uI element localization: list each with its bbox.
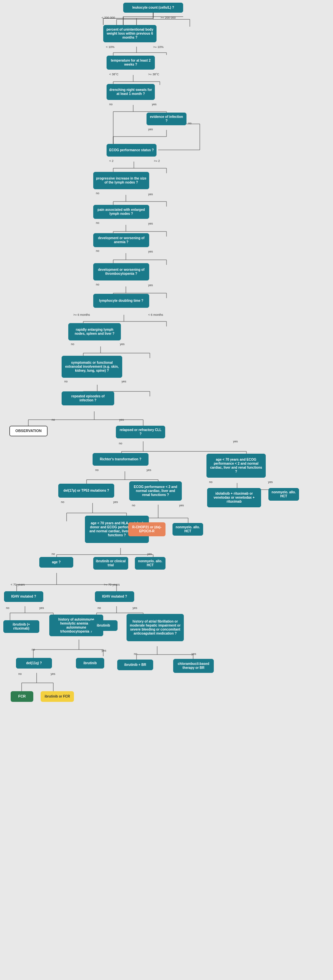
node-anemia: development or worsening of anemia ? (93, 233, 149, 247)
node-nonmye-allo-hct2: nonmyelo. allo. HCT (268, 488, 299, 501)
node-ibrutinib-fcr: ibrutinib or FCR (41, 691, 74, 702)
node-temperature: temperature for at least 2 weeks ? (106, 56, 155, 70)
label-rapid-no: no (71, 342, 74, 346)
node-idela-vene: idolalisib + rituximab or venetodax or v… (207, 488, 261, 508)
label-ighv-old-yes: yes (133, 606, 137, 609)
label-drenching-yes: yes (152, 103, 157, 106)
label-ecog2r-no: no (132, 504, 135, 507)
label-ighv-young-yes: yes (39, 606, 44, 609)
node-ibrutinib-br: ibrutinib + BR (117, 660, 153, 670)
label-infection-no: no (188, 122, 192, 125)
label-thrombo-yes: yes (148, 283, 153, 287)
node-lymphocyte-doubling: lymphocyte doubling time ? (93, 294, 149, 308)
node-relapsed-refractory: relapsed or refractory CLL ? (116, 426, 165, 438)
label-ecog-gte2: >= 2 (154, 159, 160, 162)
node-symptomatic: symptomatic or functional extranodal inv… (62, 356, 122, 378)
label-infection-yes: yes (148, 127, 153, 131)
node-thrombocytopenia: development or worsening of thrombocytop… (93, 263, 149, 280)
node-nonmye-allo-hct1: nonmyelo. allo. HCT (173, 523, 203, 536)
node-age70-ecog-right: age < 70 years and ECOG performance < 2 … (206, 454, 266, 478)
label-gte10: >= 10% (153, 45, 163, 49)
node-progressive-lymph: progressive increase in the size of the … (93, 172, 149, 189)
node-del11q: del(11q) ? (16, 658, 52, 668)
node-history-afib: history of atrial fibrillation or modera… (127, 614, 184, 641)
label-age-lt70: < 70 years (11, 583, 25, 586)
label-rapid-yes: yes (120, 342, 125, 346)
label-lymph-gte6: >= 6 months (73, 313, 90, 317)
label-thrombo-no: no (96, 283, 99, 286)
node-fcr: FCR (11, 691, 33, 702)
node-ighv-old: IGHV mutated ? (95, 591, 134, 602)
node-ibrutinib-rituximab: ibrutinib (+ rituximab) (3, 620, 39, 633)
label-ighv-young-no: no (6, 606, 10, 609)
label-ighv-old-no: no (98, 606, 101, 609)
node-ibrutinib-only: ibrutinib (89, 620, 117, 631)
label-ecog2r-yes: yes (179, 504, 184, 507)
label-symp-no: no (64, 380, 68, 383)
label-drenching-no: no (109, 103, 113, 106)
node-rapid-enlarging: rapidly enlarging lymph nodes, spleen an… (68, 323, 121, 340)
label-relapsed-no: no (119, 442, 122, 445)
node-ecog2-richters: ECOG performance < 2 and normal cardiac,… (129, 481, 182, 501)
label-lt38: < 38°C (109, 73, 119, 76)
label-age70-no: no (209, 480, 212, 484)
node-drenching: drenching night sweats for at least 1 mo… (106, 84, 155, 100)
label-repeat-yes: yes (119, 418, 124, 422)
label-anemia-no: no (96, 249, 99, 253)
label-lt200k: < 200 000 (101, 16, 115, 19)
node-percent-bw: percent of unintentional body weight los… (103, 25, 157, 42)
label-pain-yes: yes (148, 222, 153, 225)
node-evidence-infection: evidence of infection ? (146, 113, 187, 125)
node-chlorambucil: chlorambucil-based therapy or BR (173, 659, 214, 673)
node-ibrutinib-trial: ibrutinib or clinical trial (93, 557, 128, 570)
label-del17p-no: no (61, 500, 64, 504)
label-lt10: < 10% (106, 45, 114, 49)
node-ibrutinib2: ibrutinib (76, 658, 104, 668)
label-age70-yes: yes (268, 480, 273, 484)
label-ecog-lt2: < 2 (109, 159, 114, 162)
label-autoimmune-yes: yes (101, 649, 106, 652)
node-observation: OBSERVATION (10, 426, 48, 436)
label-del11q-no: no (18, 672, 22, 676)
label-del17p-yes: yes (113, 500, 118, 504)
label-afib-yes: yes (192, 652, 196, 655)
label-age-hla-no: no (52, 552, 55, 555)
label-age-hla-yes: yes (147, 552, 152, 555)
label-richters-yes: yes (146, 468, 151, 472)
node-ighv-young: IGHV mutated ? (4, 591, 43, 602)
node-ecog: ECOG performance status ? (106, 144, 157, 157)
label-richters-no: no (95, 468, 98, 472)
label-anemia-yes: yes (148, 250, 153, 253)
node-rchop: R-CHOP21 or (da)-EPOCH-R (128, 522, 165, 536)
node-richters: Richter's transformation ? (93, 453, 149, 466)
node-repeated-infection: repeated episodes of infection ? (62, 391, 114, 406)
label-gte200k: >= 200 000 (160, 16, 176, 19)
label-age-gte70: >= 70 years (104, 583, 120, 586)
label-pain-no: no (96, 221, 99, 224)
node-age-q: age ? (39, 557, 73, 568)
node-del17p: del(17p) or TP53 mutations ? (58, 484, 114, 498)
flowchart: leukocyte count (cells/L) ? < 200 000 >=… (0, 0, 333, 980)
label-lymph-lt6: < 6 months (148, 313, 163, 317)
node-pain-lymph: pain associated with enlarged lymph node… (93, 205, 149, 219)
node-leukocyte: leukocyte count (cells/L) ? (123, 3, 183, 13)
label-prog-no: no (96, 191, 99, 195)
label-relapsed-yes: yes (233, 440, 238, 443)
label-autoimmune-no: no (32, 648, 35, 651)
label-prog-yes: yes (148, 192, 153, 196)
label-del11q-yes: yes (51, 672, 55, 676)
label-gte38: >= 38°C (148, 73, 159, 76)
label-repeat-no: no (52, 418, 55, 422)
label-afib-no: no (134, 652, 137, 655)
node-nonmye-allo-hct3: nonmyelo. allo. HCT (135, 557, 165, 570)
label-symp-yes: yes (122, 380, 126, 383)
